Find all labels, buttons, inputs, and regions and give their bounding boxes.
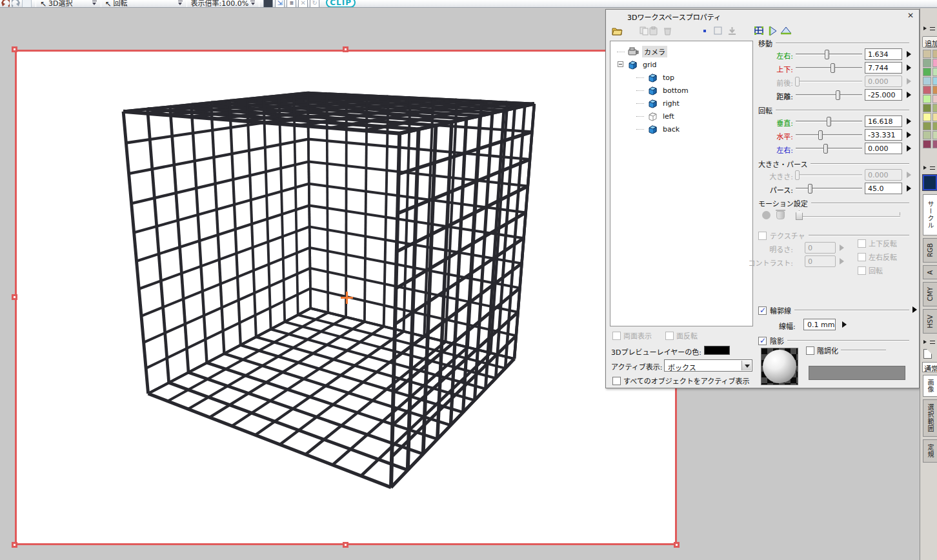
checkbox[interactable] — [858, 239, 866, 248]
slider-thumb[interactable] — [808, 184, 812, 194]
color-swatch[interactable] — [923, 59, 931, 67]
color-tab[interactable]: RGB — [923, 238, 937, 263]
color-swatch[interactable] — [932, 68, 937, 76]
cone-side-icon[interactable] — [767, 25, 779, 36]
texture-checkbox[interactable] — [758, 232, 767, 240]
tool-icon[interactable] — [22, 0, 32, 8]
slider-thumb[interactable] — [795, 170, 800, 180]
selection-handle[interactable] — [674, 542, 680, 548]
cone-front-icon[interactable] — [780, 25, 792, 36]
zoom-dropdown[interactable] — [250, 0, 255, 8]
value-field[interactable]: 1.634 — [865, 48, 902, 60]
color-swatch[interactable] — [923, 77, 931, 85]
value-field[interactable]: 16.618 — [865, 115, 902, 127]
color-tab[interactable]: サークル — [923, 194, 937, 235]
color-tab[interactable]: A — [923, 265, 937, 279]
selection-handle[interactable] — [343, 46, 348, 52]
motion-slider-thumb[interactable] — [796, 210, 803, 220]
tool-rotate-dropdown[interactable] — [178, 0, 183, 8]
slider-track[interactable] — [796, 94, 862, 96]
value-field[interactable]: 0.000 — [865, 143, 902, 154]
preview-layer-color-swatch[interactable] — [704, 346, 730, 355]
slider-thumb[interactable] — [825, 50, 829, 59]
spinner-icon[interactable] — [907, 92, 914, 98]
tool-3d-select-label[interactable]: 3D選択 — [48, 0, 72, 8]
all-objects-checkbox[interactable] — [612, 377, 621, 385]
checkbox[interactable] — [858, 266, 866, 275]
color-swatch[interactable] — [923, 68, 931, 76]
color-tab[interactable]: CMY — [923, 282, 937, 306]
redo-icon[interactable] — [12, 0, 20, 8]
selection-handle[interactable] — [12, 294, 17, 300]
tree-item-right[interactable]: right — [610, 97, 752, 110]
spinner-icon[interactable] — [907, 172, 914, 178]
shading-checkbox[interactable] — [758, 337, 767, 345]
color-swatch[interactable] — [923, 104, 931, 112]
value-field[interactable]: -25.000 — [865, 89, 902, 101]
active-display-dropdown[interactable]: ボックス — [664, 359, 752, 372]
tree-item-top[interactable]: top — [610, 71, 752, 84]
point-icon[interactable] — [699, 25, 710, 36]
spinner-icon[interactable] — [907, 51, 914, 57]
color-swatch[interactable] — [932, 104, 937, 112]
layer-tab[interactable]: 選択範囲 — [923, 399, 937, 437]
color-swatch[interactable] — [932, 131, 937, 139]
undo-icon[interactable] — [1, 0, 10, 8]
color-swatch[interactable] — [932, 86, 937, 94]
slider-track[interactable] — [796, 67, 862, 69]
tree-item-grid[interactable]: grid — [610, 58, 752, 71]
value-field[interactable]: -33.331 — [865, 129, 902, 141]
tool-rotate-label[interactable]: 回転 — [114, 0, 128, 8]
slider-track[interactable] — [796, 188, 862, 190]
panel-menu-icon[interactable] — [923, 26, 935, 30]
outline-checkbox[interactable] — [758, 306, 767, 315]
selection-handle[interactable] — [343, 542, 348, 548]
color-swatch[interactable] — [923, 122, 931, 130]
slider-thumb[interactable] — [827, 117, 831, 126]
value-field[interactable]: 0.000 — [865, 75, 902, 87]
close-icon[interactable]: ✕ — [906, 11, 915, 20]
spinner-icon[interactable] — [907, 118, 914, 125]
slider-track[interactable] — [796, 81, 862, 83]
blend-mode-label[interactable]: 通常 — [922, 362, 937, 372]
line-width-field[interactable]: 0.1 mm — [803, 319, 836, 330]
spinner-icon[interactable] — [907, 185, 914, 192]
slider-thumb[interactable] — [836, 90, 840, 100]
spinner-icon[interactable] — [907, 132, 914, 138]
panel-menu-icon[interactable] — [923, 166, 935, 170]
color-swatch[interactable] — [932, 113, 937, 121]
color-swatch[interactable] — [932, 77, 937, 85]
slider-track[interactable] — [796, 134, 862, 136]
tree-item-[interactable]: カメラ — [610, 45, 752, 58]
tree-item-left[interactable]: left — [610, 110, 752, 123]
color-tab[interactable]: HSV — [923, 309, 937, 334]
spinner-icon[interactable] — [907, 65, 914, 71]
both-sides-checkbox[interactable] — [612, 332, 621, 340]
value-field[interactable]: 7.744 — [865, 62, 902, 74]
color-swatch[interactable] — [932, 95, 937, 103]
add-color-button[interactable]: 追加 — [922, 36, 937, 48]
zoom-level-label[interactable]: 表示倍率:100.0% — [191, 0, 249, 8]
panel-list-icon[interactable]: ≣ — [287, 0, 296, 8]
color-swatch[interactable] — [932, 140, 937, 148]
tone-gradient-bar[interactable] — [809, 366, 905, 380]
slider-track[interactable] — [796, 148, 862, 150]
flip-face-checkbox[interactable] — [665, 332, 674, 340]
chevron-down-icon[interactable] — [741, 361, 751, 370]
slider-thumb[interactable] — [823, 144, 828, 154]
tree-expander-icon[interactable] — [618, 61, 623, 67]
color-swatch[interactable] — [923, 86, 931, 94]
slider-track[interactable] — [796, 121, 862, 123]
color-swatch[interactable] — [923, 131, 931, 139]
spinner-icon[interactable] — [907, 145, 914, 152]
spinner-icon[interactable] — [840, 258, 847, 265]
selection-handle[interactable] — [12, 542, 17, 548]
screen-mode-icon[interactable] — [263, 0, 273, 8]
current-color-swatch[interactable] — [923, 175, 937, 190]
slider-thumb[interactable] — [818, 130, 823, 140]
window-arrange-icon[interactable]: ⇲ — [275, 0, 285, 8]
checkbox[interactable] — [858, 253, 866, 261]
slider-track[interactable] — [796, 174, 862, 176]
motion-slider[interactable] — [796, 216, 900, 217]
slider-thumb[interactable] — [831, 63, 835, 73]
